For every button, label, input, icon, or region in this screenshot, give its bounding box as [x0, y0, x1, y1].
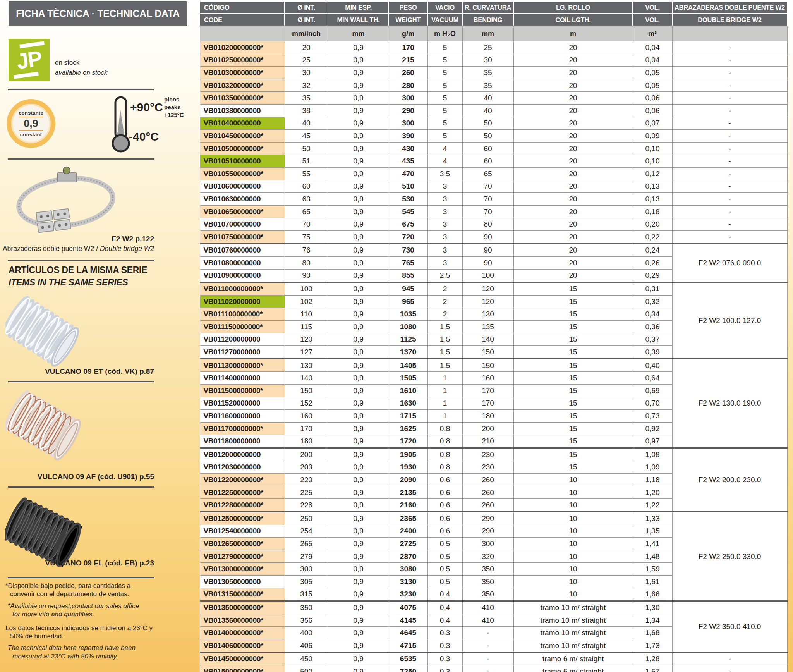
coil-length-cell: 20 — [513, 244, 633, 257]
inner-diameter-cell: 279 — [285, 550, 328, 563]
inner-diameter-cell: 45 — [285, 130, 328, 143]
volume-cell: 1,61 — [633, 575, 672, 588]
weight-cell: 730 — [389, 244, 427, 257]
code-cell: VB011270000000 — [200, 346, 285, 359]
min-wall-cell: 0,9 — [328, 269, 389, 282]
code-cell: VB011000000000* — [200, 282, 285, 296]
vacuum-cell: 0,3 — [427, 665, 462, 672]
inner-diameter-cell: 160 — [285, 410, 328, 423]
inner-diameter-cell: 65 — [285, 205, 328, 218]
min-wall-cell: 0,9 — [328, 257, 389, 270]
weight-cell: 2725 — [389, 538, 427, 550]
code-cell: VB011400000000 — [200, 372, 285, 385]
code-cell: VB010550000000* — [200, 167, 285, 180]
coil-length-cell: 20 — [513, 67, 633, 79]
vacuum-cell: 4 — [427, 155, 462, 168]
min-wall-cell: 0,9 — [328, 67, 389, 79]
vacuum-cell: 3 — [427, 218, 462, 231]
bending-radius-cell: 60 — [462, 155, 513, 168]
col-header-abrazaderas: ABRAZADERAS DOBLE PUENTE W2 — [672, 1, 787, 14]
vacuum-cell: 0,5 — [427, 563, 462, 576]
unit-cell: m³ — [633, 26, 672, 41]
clamp-ref-cell: F2 W2 100.0 127.0 — [672, 282, 787, 359]
code-cell: VB010650000000* — [200, 205, 285, 218]
footnote-line: *Available on request,contact our sales … — [8, 602, 139, 610]
unit-cell: mm — [328, 26, 389, 41]
coil-length-cell: tramo 10 m/ straight — [513, 639, 633, 652]
inner-diameter-cell: 80 — [285, 257, 328, 270]
code-cell: VB013050000000 — [200, 575, 285, 588]
stock-label-en: available on stock — [55, 69, 107, 77]
min-wall-cell: 0,9 — [328, 435, 389, 448]
vacuum-cell: 3 — [427, 193, 462, 206]
vacuum-cell: 2 — [427, 308, 462, 321]
volume-cell: 1,35 — [633, 525, 672, 538]
bending-radius-cell: 300 — [462, 538, 513, 550]
code-cell: VB012540000000 — [200, 525, 285, 538]
col-header-double-bridge: DOUBLE BRIDGE W2 — [672, 14, 787, 26]
bending-radius-cell: 350 — [462, 588, 513, 601]
temp-peaks-en: peaks — [164, 103, 184, 111]
badge-value: 0,9 — [24, 118, 38, 129]
min-wall-cell: 0,9 — [328, 499, 389, 512]
table-row: VB010650000000*650,9545370200,18- — [200, 205, 787, 218]
vacuum-cell: 5 — [427, 130, 462, 143]
min-wall-cell: 0,9 — [328, 486, 389, 499]
weight-cell: 2090 — [389, 474, 427, 486]
footnote-line: Los datos técnicos indicados se midieron… — [5, 624, 153, 632]
col-header-min-esp: MIN ESP. — [328, 1, 389, 14]
bending-radius-cell: 40 — [462, 92, 513, 105]
clamp-ref-cell: - — [672, 155, 787, 168]
volume-cell: 0,92 — [633, 422, 672, 435]
inner-diameter-cell: 35 — [285, 92, 328, 105]
volume-cell: 0,20 — [633, 218, 672, 231]
code-cell: VB010350000000* — [200, 92, 285, 105]
table-row: VB0120000000002000,919050,8230151,08F2 W… — [200, 448, 787, 461]
volume-cell: 0,13 — [633, 193, 672, 206]
volume-cell: 0,04 — [633, 41, 672, 54]
weight-cell: 215 — [389, 54, 427, 67]
clamp-ref-cell: F2 W2 350.0 410.0 — [672, 601, 787, 652]
footnote-line: The technical data here reported have be… — [8, 644, 136, 651]
code-cell: VB014500000000* — [200, 652, 285, 665]
code-cell: VB010630000000 — [200, 193, 285, 206]
min-wall-cell: 0,9 — [328, 308, 389, 321]
inner-diameter-cell: 152 — [285, 397, 328, 410]
unit-cell — [672, 26, 787, 41]
volume-cell: 0,39 — [633, 346, 672, 359]
divider — [8, 486, 154, 488]
weight-cell: 4645 — [389, 627, 427, 639]
inner-diameter-cell: 220 — [285, 474, 328, 486]
clamp-ref-cell: - — [672, 142, 787, 155]
inner-diameter-cell: 100 — [285, 282, 328, 296]
inner-diameter-cell: 120 — [285, 333, 328, 346]
coil-length-cell: tramo 10 m/ straight — [513, 627, 633, 639]
coil-length-cell: 15 — [513, 346, 633, 359]
footnote-line: convenir con el departamento de ventas. — [10, 590, 129, 598]
clamp-image — [12, 164, 120, 235]
hose-image-vulcano-et — [5, 295, 94, 375]
volume-cell: 0,36 — [633, 321, 672, 333]
vacuum-cell: 5 — [427, 41, 462, 54]
bending-radius-cell: 260 — [462, 474, 513, 486]
volume-cell: 0,73 — [633, 410, 672, 423]
bending-radius-cell: 350 — [462, 575, 513, 588]
inner-diameter-cell: 406 — [285, 639, 328, 652]
coil-length-cell: 20 — [513, 218, 633, 231]
volume-cell: 0,12 — [633, 167, 672, 180]
volume-cell: 1,73 — [633, 639, 672, 652]
series-title-es: ARTÍCULOS DE LA MISMA SERIE — [9, 265, 147, 275]
table-row: VB010320000000*320,9280535200,05- — [200, 79, 787, 92]
min-wall-cell: 0,9 — [328, 563, 389, 576]
code-cell: VB012280000000* — [200, 499, 285, 512]
inner-diameter-cell: 200 — [285, 448, 328, 461]
weight-cell: 4145 — [389, 614, 427, 627]
weight-cell: 2135 — [389, 486, 427, 499]
vacuum-cell: 0,4 — [427, 601, 462, 614]
min-wall-cell: 0,9 — [328, 54, 389, 67]
volume-cell: 1,59 — [633, 563, 672, 576]
coil-length-cell: 20 — [513, 193, 633, 206]
vacuum-cell: 3 — [427, 257, 462, 270]
vacuum-cell: 0,5 — [427, 538, 462, 550]
bending-radius-cell: - — [462, 652, 513, 665]
